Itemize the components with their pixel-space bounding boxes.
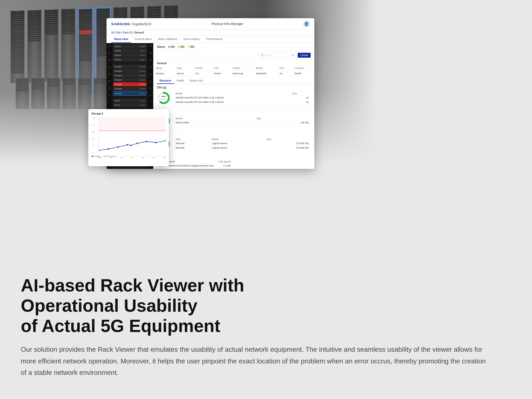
refresh-button[interactable]: ↻ xyxy=(290,52,296,58)
data-point xyxy=(130,145,132,146)
rack-item-storage1[interactable]: Storage1 Storage xyxy=(113,65,147,69)
disk-row: 40% 2T Disk Model Size xyxy=(157,137,311,150)
table-row: /dev/sda Logical volume 279.366 GB xyxy=(174,145,311,150)
right-panel: Alarm 000 000 000 🔍 Search xyxy=(153,43,314,169)
hero-description: Our solution provides the Rack Viewer th… xyxy=(21,344,488,378)
cpu-table: Model Core Inter(R) Xeon(R) CPU E5-2680 … xyxy=(174,92,311,104)
memory-table: Model Size DDR3 DIMM 256 GB xyxy=(174,117,311,125)
breadcrumb-rack01[interactable]: Rack 01 xyxy=(123,31,132,34)
table-row: Server1 Server On Online Samsung 3par820… xyxy=(153,71,314,76)
cpu-model-1: Inter(R) Xeon(R) CPU E5-2680 v3 @ 2.50GH… xyxy=(174,95,290,100)
app-logo: SAMSUNG CognitivSCO xyxy=(111,22,151,26)
alarm-major: 000 xyxy=(178,45,185,48)
disk-col-size: Size xyxy=(264,137,311,141)
disk-section: Disk (2) 40% 2T xyxy=(153,130,314,153)
table-row: DDR3 DIMM 256 GB xyxy=(174,121,311,125)
mem-model: DDR3 DIMM xyxy=(174,121,255,125)
tab-performance[interactable]: Performance xyxy=(203,36,226,43)
chart-area xyxy=(99,117,166,156)
col-location: Location xyxy=(292,66,314,71)
memory-title: Memory xyxy=(157,109,311,112)
legend-usage-dot xyxy=(91,156,94,157)
disk-table: Disk Model Size /dev/sda Logical volume … xyxy=(174,137,311,150)
rack-item-server2[interactable]: Server Server xyxy=(113,103,147,107)
col-model: Model xyxy=(253,66,277,71)
user-avatar[interactable]: 👤 xyxy=(303,21,310,27)
cell-power: On xyxy=(193,71,211,76)
alarm-bar: Alarm 000 000 000 xyxy=(153,43,314,51)
port-section: Port (16) Port Model Link Speed eno1 Net… xyxy=(153,153,314,169)
tab-rack-view[interactable]: Rack view xyxy=(111,36,131,43)
mem-col-size: Size xyxy=(255,117,311,121)
cpu-donut: 60% 48 Core xyxy=(157,91,170,105)
disk-col-disk: Disk xyxy=(174,137,210,141)
breadcrumb-all[interactable]: All xyxy=(111,31,114,34)
alarm-minor: 000 xyxy=(188,45,195,48)
minor-count: 000 xyxy=(190,45,195,48)
col-link: Link xyxy=(211,66,230,71)
hero-section: AI-based Rack Viewer with Operational Us… xyxy=(0,260,532,399)
subtab-health[interactable]: Health xyxy=(174,78,187,84)
rack-item-switch3[interactable]: Switch3 Switch xyxy=(113,53,147,57)
create-button[interactable]: Create xyxy=(298,53,311,58)
general-table: Name Type Power Link Vendor Model Port L… xyxy=(153,66,314,76)
rack-item-storage5[interactable]: Storage5 Storage xyxy=(113,82,147,86)
rack-item-storage2[interactable]: Storage2 Storage xyxy=(113,69,147,73)
col-type: Type xyxy=(174,66,193,71)
table-row: Inter(R) Xeon(R) CPU E5-2680 v3 @ 2.50GH… xyxy=(174,100,311,104)
data-point xyxy=(99,150,99,151)
rack-item-switch4[interactable]: Switch4 Switch xyxy=(113,58,147,62)
col-power: Power xyxy=(193,66,211,71)
cognitiv-logo: CognitivSCO xyxy=(132,22,151,26)
cpu-title: CPU (2) xyxy=(157,86,311,89)
table-row: Inter(R) Xeon(R) CPU E5-2680 v3 @ 2.50GH… xyxy=(174,95,311,100)
alarm-critical: 000 xyxy=(168,45,175,48)
disk-model-2: Logical volume xyxy=(210,145,264,150)
search-placeholder: Search xyxy=(265,54,285,56)
breadcrumb-site[interactable]: Site xyxy=(116,31,121,34)
subtab-resource[interactable]: Resource xyxy=(157,78,174,84)
rack-item-switch1[interactable]: Switch1 Switch xyxy=(113,44,147,48)
search-box[interactable]: 🔍 Search xyxy=(258,53,288,57)
port-col-model: Model xyxy=(166,160,216,164)
critical-count: 000 xyxy=(170,45,175,48)
disk-path-1: /dev/sda xyxy=(174,141,210,145)
cell-name: Server1 xyxy=(153,71,174,76)
hero-title-line2: of Actual 5G Equipment xyxy=(21,316,220,336)
minor-dot xyxy=(188,46,189,48)
breadcrumb: All / Site / Rack 01 / Server1 xyxy=(107,30,314,36)
data-point xyxy=(108,148,109,150)
col-port: Port xyxy=(277,66,292,71)
cell-type: Server xyxy=(174,71,193,76)
rack-item-storage4[interactable]: Storage4 Storage xyxy=(113,78,147,82)
search-icon: 🔍 xyxy=(261,54,264,56)
tab-alarm-statistics[interactable]: Alarm statistics xyxy=(155,36,180,43)
cpu-percent: 60% 48 Core xyxy=(161,95,167,100)
cell-location: Slot39 xyxy=(292,71,314,76)
tab-event-history[interactable]: Event history xyxy=(180,36,203,43)
samsung-logo: SAMSUNG xyxy=(111,22,130,26)
col-name: Name xyxy=(153,66,174,71)
memory-row: 55% 256 GB Model Size xyxy=(157,114,311,128)
hero-title: AI-based Rack Viewer with Operational Us… xyxy=(21,275,332,336)
disk-path-2: /dev/sda xyxy=(174,145,210,150)
rack-item-storage3[interactable]: Storage3 Storage xyxy=(113,74,147,77)
rack-item-switch2[interactable]: Switch2 Switch xyxy=(113,49,147,53)
chart-svg xyxy=(99,117,166,156)
disk-size-1: 279.366 GB xyxy=(264,141,311,145)
chart-title: Storage 5 xyxy=(91,112,166,115)
data-point xyxy=(136,143,138,144)
major-count: 000 xyxy=(180,45,185,48)
data-point xyxy=(155,142,157,143)
tab-current-alarm[interactable]: Current alarm xyxy=(131,36,155,43)
disk-size-2: 279.366 GB xyxy=(264,145,311,150)
rack-item-storage7[interactable]: Storage7 Storage xyxy=(113,91,147,96)
data-point xyxy=(117,146,119,148)
header-title: Physical Infra Manager xyxy=(211,22,243,26)
subtab-system-info[interactable]: System Info xyxy=(187,78,205,84)
cpu-section: CPU (2) 60% 48 Core xyxy=(153,84,314,107)
rack-item-server1[interactable]: Server Server xyxy=(113,99,147,103)
cpu-col-core: Core xyxy=(290,92,311,96)
chart-x-axis: :00 :00 :00 :00 :00 :00 :00 xyxy=(99,157,166,159)
rack-item-storage6[interactable]: Storage6 Storage xyxy=(113,87,147,91)
